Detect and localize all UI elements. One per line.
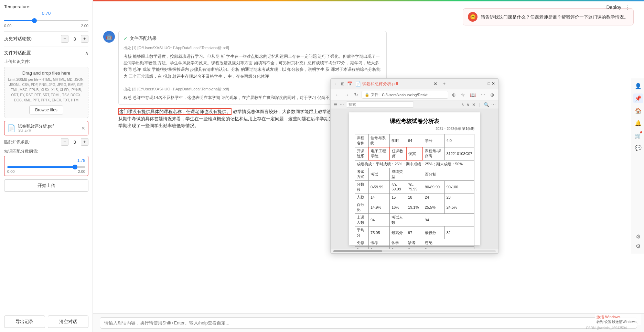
pdf-toolbar-more2-icon[interactable]: ⋯ [491, 102, 496, 107]
export-records-button[interactable]: 导出记录 [4, 316, 45, 328]
pdf-right-tool-5[interactable]: 🛒 [633, 131, 643, 140]
table-row: 人数 14 15 18 24 23 [355, 193, 474, 201]
file-drop-zone[interactable]: Drag and drop files here Limit 200MB per… [4, 67, 88, 118]
windows-activation-subtext: 转到 设置 以激活Windows。 [597, 320, 640, 324]
pdf-scroll-bar[interactable] [333, 250, 496, 252]
table-cell: 最高分 [390, 226, 406, 239]
pdf-filename: 试卷和总评分析.pdf [362, 81, 398, 87]
windows-activation-text: 激活 Windows [597, 314, 640, 320]
file-config-title: 文件对话配置 [4, 50, 31, 56]
pdf-right-tool-2[interactable]: 📌 [633, 93, 643, 103]
start-upload-button[interactable]: 开始上传 [4, 179, 88, 192]
pdf-search-close-icon[interactable]: ✕ [472, 102, 476, 107]
history-value: 3 [71, 36, 78, 42]
match-increment-button[interactable]: ＋ [81, 138, 88, 146]
temperature-slider[interactable] [4, 20, 88, 21]
pdf-right-tool-4[interactable]: 🔔 [633, 118, 643, 128]
table-cell: 94 [369, 214, 390, 226]
pdf-window-controls: － □ ✕ [482, 81, 495, 87]
pdf-address-label: 文件 | [371, 92, 380, 97]
table-row: 免修 缓考 休学 缺考 违纪 [355, 239, 474, 247]
threshold-value: 1.78 [7, 158, 85, 163]
match-decrement-button[interactable]: － [61, 138, 68, 146]
table-cell: 考试 [369, 168, 390, 181]
pdf-next-page-icon[interactable]: ∨ [466, 102, 470, 107]
pdf-right-tool-3[interactable]: 🏠 [633, 106, 643, 115]
match-count-value: 3 [71, 140, 78, 145]
history-decrement-button[interactable]: － [61, 35, 68, 43]
pdf-ext-icon[interactable]: ⊕ [489, 91, 496, 98]
pdf-close-window-icon[interactable]: ✕ [492, 81, 495, 87]
pdf-right-tools: 👤 📌 🏠 🔔 🛒 💬 ⚙ ⚙ [632, 78, 644, 254]
watermark: CSDN @weixin_46943504 [586, 326, 627, 330]
pdf-settings2-icon[interactable]: ⚙ [633, 241, 643, 251]
pdf-menu-icon[interactable]: ☰ [333, 102, 337, 107]
threshold-slider[interactable] [7, 166, 85, 168]
pdf-zoom-icon[interactable]: 🔍 [484, 102, 489, 107]
table-cell: 考试方式 [355, 168, 369, 181]
table-cell: 信号与系统 [369, 134, 390, 147]
chat-input[interactable] [100, 317, 637, 329]
file-item: 📄 试卷和总评分析.pdf 361.4KB ✕ [4, 121, 88, 135]
pdf-forward-button[interactable]: → [343, 91, 351, 98]
match-result-title: 文件匹配结果 [130, 35, 157, 42]
windows-activation: 激活 Windows 转到 设置 以激活Windows。 [595, 314, 641, 325]
temperature-max: 2.00 [81, 24, 88, 28]
table-cell: 75.05 [369, 226, 390, 239]
pdf-search-bar[interactable] [346, 101, 459, 108]
pdf-right-tool-6[interactable]: 💬 [633, 143, 643, 153]
highlighted-text: 这门课没有提供具体的课程名称，任课老师也没有提供。 [118, 108, 232, 115]
file-config-header: 文件对话配置 ∧ [4, 50, 88, 56]
table-cell: 学时 [390, 134, 406, 147]
browse-files-button[interactable]: Browse files [29, 106, 63, 114]
pdf-page-title: 课程考核试卷分析表 [355, 118, 474, 125]
match-result-header: ✓ 文件匹配结果 [124, 35, 382, 42]
pdf-view-icon: ⊞ [341, 81, 344, 86]
user-message-avatar: 😊 [468, 12, 477, 22]
file-pdf-icon: 📄 [7, 124, 16, 132]
pdf-scroll-thumb [333, 250, 382, 252]
pdf-reader-icon[interactable]: 📖 [469, 91, 477, 98]
table-cell: 80-89.99 [423, 181, 444, 193]
pdf-back-icon: ← [334, 81, 338, 86]
pdf-search-input[interactable] [346, 101, 414, 108]
clear-chat-button[interactable]: 清空对话 [48, 316, 89, 328]
history-increment-button[interactable]: ＋ [81, 35, 88, 43]
pdf-right-tools-bottom: ⚙ ⚙ [633, 232, 643, 251]
table-cell: 94 [423, 214, 474, 226]
pdf-customize-icon[interactable]: ⊕ [450, 91, 457, 98]
pdf-close-icon[interactable]: ✕ [433, 81, 438, 87]
deploy-menu-icon[interactable]: ⋮ [624, 3, 630, 11]
pdf-maximize-icon[interactable]: □ [488, 81, 490, 87]
pdf-toolbar-divider: | [479, 102, 480, 107]
table-cell: 25.5% [423, 201, 444, 214]
threshold-label: 知识匹配分数阈值: [4, 148, 88, 154]
deploy-button[interactable]: Deploy [606, 4, 621, 10]
divider-2 [4, 46, 88, 46]
pdf-right-tool-1[interactable]: 👤 [633, 81, 643, 91]
pdf-toolbar-more-icon[interactable]: ⋯ [340, 102, 344, 107]
user-message-text: 请告诉我这门课是什么？任课老师是谁？帮我评价一下这门课的教学情况。 [481, 14, 629, 20]
temperature-range-labels: 0.00 2.00 [4, 24, 88, 28]
pdf-settings-icon[interactable]: ⚙ [633, 232, 643, 241]
file-size: 361.4KB [18, 129, 54, 133]
table-cell: 97 [406, 226, 423, 239]
pdf-add-tab-icon[interactable]: ＋ [442, 81, 447, 87]
file-remove-button[interactable]: ✕ [81, 125, 85, 131]
file-config-collapse-button[interactable]: ∧ [85, 50, 88, 56]
pdf-prev-page-icon[interactable]: ∧ [461, 102, 464, 107]
table-cell: 16% [390, 201, 406, 214]
pdf-more-icon[interactable]: ⋯ [479, 91, 487, 98]
pdf-star-icon[interactable]: ☆ [459, 91, 466, 98]
pdf-back-button[interactable]: ← [333, 91, 341, 98]
table-row: 百分比 14.9% 16% 19.1% 25.5% 24.5% [355, 201, 474, 214]
pdf-address-lock-icon: 🔒 [365, 92, 369, 97]
upload-knowledge-label: 上传知识文件: [4, 59, 88, 65]
table-row: 分数段 0-59.99 60-69.99 70-79.99 80-89.99 9… [355, 181, 474, 193]
pdf-refresh-button[interactable]: ↻ [353, 91, 359, 98]
table-row: 考试方式 考试 成绩类型 百分制 [355, 168, 474, 181]
pdf-content[interactable]: 课程考核试卷分析表 2021－2022学年 第1学期 课程名称 信号与系统 学时… [331, 109, 498, 249]
table-cell: 考试人数 [390, 214, 406, 226]
pdf-minimize-icon[interactable]: － [482, 81, 486, 87]
table-cell: 上课人数 [355, 214, 369, 226]
